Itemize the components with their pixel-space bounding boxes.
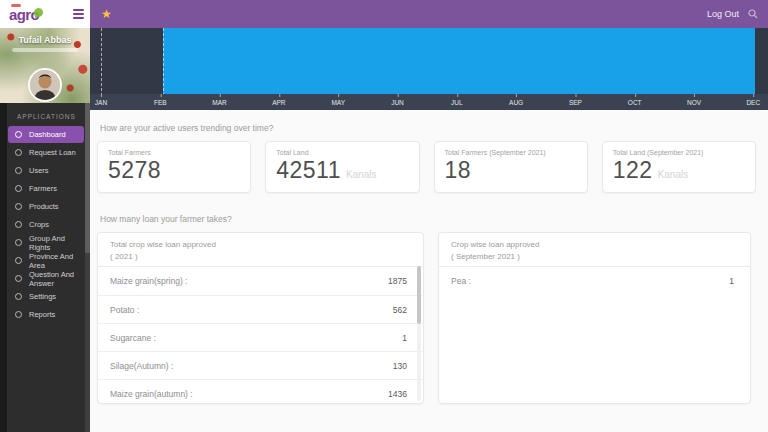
stats-row: Total Farmers 5278 Total Land 42511Kanal… — [97, 141, 756, 193]
sidebar: agro Tufail Abbas APPLICATIONS — [0, 0, 90, 432]
logo-bar: agro — [0, 0, 90, 28]
loan-card-total-2021: Total crop wise loan approved ( 2021 ) M… — [97, 232, 424, 404]
sidebar-item-label: Farmers — [29, 184, 57, 193]
stat-card-total-land: Total Land 42511Kanals — [265, 141, 419, 193]
request-loan-icon — [15, 149, 22, 156]
dashboard-icon — [15, 131, 22, 138]
sidebar-nav: APPLICATIONS Dashboard Request Loan User… — [0, 103, 90, 432]
crops-icon — [15, 221, 22, 228]
stat-label: Total Land — [276, 149, 408, 156]
sidebar-item-users[interactable]: Users — [8, 162, 84, 179]
farmers-icon — [15, 185, 22, 192]
month-tick: JUL — [451, 99, 463, 106]
sidebar-scrollbar[interactable] — [85, 103, 90, 432]
stat-value: 42511Kanals — [276, 157, 408, 184]
sidebar-item-settings[interactable]: Settings — [8, 288, 84, 305]
loan-row: Sugarcane : 1 — [98, 323, 423, 351]
question-answer-icon — [15, 275, 22, 282]
search-icon[interactable] — [748, 9, 758, 19]
main-area: ★ Log Out JAN FEB MAR APR MAY JUN JUL — [90, 0, 768, 432]
stat-card-total-farmers-september: Total Farmers (September 2021) 18 — [434, 141, 588, 193]
sidebar-item-label: Products — [29, 202, 59, 211]
sidebar-item-dashboard[interactable]: Dashboard — [8, 126, 84, 143]
user-profile: Tufail Abbas — [0, 28, 90, 103]
month-tick: MAY — [331, 99, 345, 106]
loan-row: Pea : 1 — [439, 267, 750, 295]
month-tick: MAR — [212, 99, 226, 106]
sidebar-scrollbar-thumb[interactable] — [85, 103, 90, 253]
chart-month-axis: JAN FEB MAR APR MAY JUN JUL AUG SEP OCT … — [90, 94, 768, 110]
loan-row: Maize grain(spring) : 1875 — [98, 267, 423, 295]
loan-card-september-2021: Crop wise loan approved ( September 2021… — [438, 232, 751, 404]
topbar: ★ Log Out — [90, 0, 768, 28]
month-tick: APR — [272, 99, 285, 106]
sidebar-item-label: Request Loan — [29, 148, 76, 157]
sidebar-item-label: Users — [29, 166, 49, 175]
sidebar-item-request-loan[interactable]: Request Loan — [8, 144, 84, 161]
users-icon — [15, 167, 22, 174]
sidebar-item-label: Reports — [29, 310, 55, 319]
stat-label: Total Farmers (September 2021) — [445, 149, 577, 156]
products-icon — [15, 203, 22, 210]
menu-toggle-icon[interactable] — [73, 7, 84, 21]
stat-label: Total Land (September 2021) — [613, 149, 745, 156]
loan-card-scrollbar[interactable] — [417, 266, 421, 401]
logo-accent — [11, 4, 21, 7]
sidebar-item-farmers[interactable]: Farmers — [8, 180, 84, 197]
settings-icon — [15, 293, 22, 300]
active-users-chart[interactable]: JAN FEB MAR APR MAY JUN JUL AUG SEP OCT … — [90, 28, 768, 110]
sidebar-item-group-and-rights[interactable]: Group And Rights — [8, 234, 84, 251]
stat-card-total-land-september: Total Land (September 2021) 122Kanals — [602, 141, 756, 193]
loan-card-title: Total crop wise loan approved ( 2021 ) — [98, 233, 423, 267]
sidebar-item-label: Settings — [29, 292, 56, 301]
month-tick: OCT — [628, 99, 642, 106]
loan-row: Silage(Autumn) : 130 — [98, 351, 423, 379]
loan-row: Potato : 562 — [98, 295, 423, 323]
sidebar-item-reports[interactable]: Reports — [8, 306, 84, 323]
topbar-right: Log Out — [707, 9, 758, 19]
sidebar-rail — [0, 103, 7, 432]
month-tick: DEC — [746, 99, 760, 106]
month-tick: FEB — [154, 99, 167, 106]
sidebar-item-label: Group And Rights — [29, 234, 84, 252]
month-tick: NOV — [687, 99, 701, 106]
leaf-icon — [33, 6, 44, 17]
star-icon[interactable]: ★ — [101, 8, 112, 20]
loan-cards-row: Total crop wise loan approved ( 2021 ) M… — [97, 232, 756, 404]
app-root: agro Tufail Abbas APPLICATIONS — [0, 0, 768, 432]
logout-button[interactable]: Log Out — [707, 9, 739, 19]
active-users-question: How are your active users trending over … — [97, 123, 756, 133]
sidebar-item-province-and-area[interactable]: Province And Area — [8, 252, 84, 269]
avatar[interactable] — [28, 68, 62, 102]
loan-card-title: Crop wise loan approved ( September 2021… — [439, 233, 750, 267]
month-tick: AUG — [509, 99, 523, 106]
loans-question: How many loan your farmer takes? — [97, 214, 756, 224]
brand-logo[interactable]: agro — [9, 7, 43, 22]
sidebar-item-label: Question And Answer — [29, 270, 84, 288]
dashboard-content: How are your active users trending over … — [90, 110, 768, 404]
loan-card-scrollbar-thumb[interactable] — [417, 266, 421, 324]
province-area-icon — [15, 257, 22, 264]
stat-value: 18 — [445, 157, 577, 184]
month-tick: JUN — [391, 99, 404, 106]
profile-subtitle — [12, 48, 78, 52]
sidebar-item-label: Dashboard — [29, 130, 66, 139]
sidebar-item-question-and-answer[interactable]: Question And Answer — [8, 270, 84, 287]
sidebar-item-crops[interactable]: Crops — [8, 216, 84, 233]
stat-label: Total Farmers — [108, 149, 240, 156]
sidebar-item-label: Province And Area — [29, 252, 84, 270]
reports-icon — [15, 311, 22, 318]
loan-row: Maize grain(autumn) : 1436 — [98, 379, 423, 404]
sidebar-section-label: APPLICATIONS — [0, 108, 90, 126]
group-rights-icon — [15, 239, 22, 246]
sidebar-item-products[interactable]: Products — [8, 198, 84, 215]
stat-value: 5278 — [108, 157, 240, 184]
month-tick: JAN — [95, 99, 107, 106]
profile-name: Tufail Abbas — [0, 28, 90, 45]
month-tick: SEP — [569, 99, 582, 106]
stat-card-total-farmers: Total Farmers 5278 — [97, 141, 251, 193]
sidebar-item-label: Crops — [29, 220, 49, 229]
chart-selected-range[interactable] — [163, 28, 755, 94]
stat-value: 122Kanals — [613, 157, 745, 184]
